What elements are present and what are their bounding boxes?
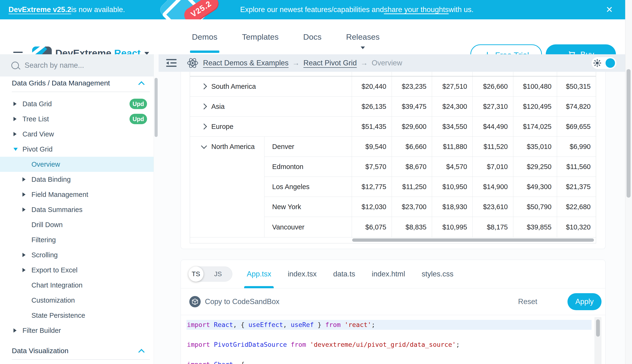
banner-message: Explore our newest features/capabilities… (240, 0, 473, 19)
cell: $6,990 (557, 137, 596, 157)
sidebar-item-data-summaries[interactable]: Data Summaries (0, 202, 154, 217)
language-toggle[interactable]: TS JS (188, 266, 232, 282)
demo-card: South America $20,440 $23,235 $27,510 $2… (180, 72, 605, 249)
tab-app-tsx[interactable]: App.tsx (239, 260, 279, 288)
row-header-los-angeles: Los Angeles (264, 177, 352, 197)
sidebar-item-filter-builder[interactable]: Filter Builder (0, 323, 154, 338)
page-scrollbar-thumb[interactable] (626, 69, 630, 198)
nav-releases[interactable]: Releases (334, 19, 392, 54)
cell: $50,790 (513, 197, 557, 217)
apply-button[interactable]: Apply (567, 293, 601, 310)
sidebar-item-pivot-grid[interactable]: Pivot Grid (0, 142, 154, 157)
row-header-north-america[interactable]: North America (190, 137, 264, 238)
sidebar-item-export-to-excel[interactable]: Export to Excel (0, 262, 154, 278)
page-scrollbar[interactable] (625, 0, 632, 364)
expand-row-icon (201, 83, 207, 89)
sun-icon (593, 59, 601, 67)
sidebar-item-tree-list[interactable]: Tree List Upd (0, 112, 154, 126)
search-input[interactable] (24, 61, 138, 70)
table-row: South America $20,440 $23,235 $27,510 $2… (190, 76, 596, 96)
theme-toggle[interactable] (592, 57, 616, 69)
sidebar-item-data-binding[interactable]: Data Binding (0, 172, 154, 187)
nav-demos[interactable]: Demos (180, 19, 230, 54)
cell: $50,315 (557, 76, 596, 96)
toggle-js[interactable]: JS (214, 267, 222, 282)
nav-templates[interactable]: Templates (230, 19, 291, 54)
tab-data-ts[interactable]: data.ts (325, 260, 363, 288)
cell: $14,900 (473, 177, 513, 197)
cell: $22,680 (557, 197, 596, 217)
sidebar-item-customization[interactable]: Customization (0, 293, 154, 308)
cell: $7,010 (473, 157, 513, 177)
reset-button[interactable]: Reset (518, 298, 537, 306)
share-thoughts-link[interactable]: share your thoughts (384, 6, 449, 14)
sidebar-nav: Data Grids / Data Management Data Grid U… (0, 76, 154, 364)
top-navigation: Demos Templates Docs Releases (180, 19, 392, 54)
sidebar-item-drill-down[interactable]: Drill Down (0, 217, 154, 232)
banner-version-link[interactable]: DevExtreme v25.2 (9, 6, 71, 14)
tab-index-tsx[interactable]: index.tsx (279, 260, 325, 288)
cell: $4,570 (432, 157, 473, 177)
section-data-grids[interactable]: Data Grids / Data Management (0, 76, 154, 90)
sidebar-item-overview[interactable]: Overview (0, 157, 154, 172)
collapse-sidebar-icon[interactable] (166, 59, 176, 67)
cell: $51,435 (352, 116, 392, 137)
tab-index-html[interactable]: index.html (363, 260, 413, 288)
expand-down-icon (14, 148, 18, 151)
sidebar-item-scrolling[interactable]: Scrolling (0, 248, 154, 262)
nav-docs[interactable]: Docs (291, 19, 334, 54)
expand-right-icon (23, 177, 26, 182)
code-editor[interactable]: import React, { useEffect, useRef } from… (181, 315, 605, 364)
cell: $26,660 (473, 76, 513, 96)
arrow-icon: → (361, 59, 368, 67)
pivot-hscroll-thumb[interactable] (352, 238, 594, 242)
breadcrumb-pivot-grid-link[interactable]: React Pivot Grid (303, 59, 357, 67)
promo-banner: DevExtreme v25.2 is now available. V25.2… (0, 0, 625, 19)
row-header-europe[interactable]: Europe (190, 116, 352, 137)
chevron-up-icon (138, 81, 145, 88)
tab-styles-css[interactable]: styles.css (413, 260, 462, 288)
cell: $120,495 (513, 96, 557, 116)
code-actions-row: Copy to CodeSandBox Reset Apply (181, 288, 605, 315)
row-header-south-america[interactable]: South America (190, 76, 352, 96)
code-line: import Chart, { (186, 360, 592, 364)
cell: $7,570 (352, 157, 392, 177)
cell: $29,250 (513, 157, 557, 177)
sidebar-scrollbar[interactable] (154, 54, 159, 364)
cell: $23,235 (392, 76, 432, 96)
toggle-ts[interactable]: TS (188, 266, 203, 282)
row-header-asia[interactable]: Asia (190, 96, 352, 116)
sidebar-item-state-persistence[interactable]: State Persistence (0, 308, 154, 323)
sidebar-item-filtering[interactable]: Filtering (0, 232, 154, 248)
sidebar-scrollbar-thumb[interactable] (155, 78, 158, 137)
cell: $12,775 (352, 177, 392, 197)
arrow-icon: → (292, 59, 300, 67)
expand-right-icon (23, 268, 26, 272)
pivot-horizontal-scrollbar[interactable] (190, 238, 596, 243)
cell: $10,320 (557, 217, 596, 238)
upd-badge: Upd (129, 99, 147, 109)
cell: $21,375 (557, 177, 596, 197)
sidebar-item-card-view[interactable]: Card View (0, 126, 154, 142)
expand-right-icon (23, 253, 26, 257)
cell: $34,550 (432, 116, 473, 137)
cell: $11,520 (473, 137, 513, 157)
theme-toggle-knob[interactable] (605, 58, 615, 68)
copy-to-codesandbox-link[interactable]: Copy to CodeSandBox (205, 298, 279, 306)
cell: $20,440 (352, 76, 392, 96)
file-tabs: App.tsx index.tsx data.ts index.html sty… (239, 260, 462, 288)
sidebar-item-data-grid[interactable]: Data Grid Upd (0, 96, 154, 112)
banner-close-icon[interactable]: ✕ (602, 0, 616, 19)
expand-row-icon (201, 104, 207, 109)
codesandbox-icon[interactable] (189, 296, 201, 307)
code-vertical-scrollbar[interactable] (594, 317, 601, 364)
code-panel: TS JS App.tsx index.tsx data.ts index.ht… (180, 260, 605, 364)
sidebar-item-chart-integration[interactable]: Chart Integration (0, 278, 154, 293)
expand-right-icon (14, 117, 17, 121)
section-data-visualization[interactable]: Data Visualization (0, 344, 154, 358)
breadcrumb-demos-link[interactable]: React Demos & Examples (203, 59, 289, 67)
cell: $39,475 (392, 96, 432, 116)
code-vscroll-thumb[interactable] (596, 320, 600, 336)
table-row: North America Denver $9,540 $6,660 $11,8… (190, 137, 596, 157)
sidebar-item-field-management[interactable]: Field Management (0, 187, 154, 202)
